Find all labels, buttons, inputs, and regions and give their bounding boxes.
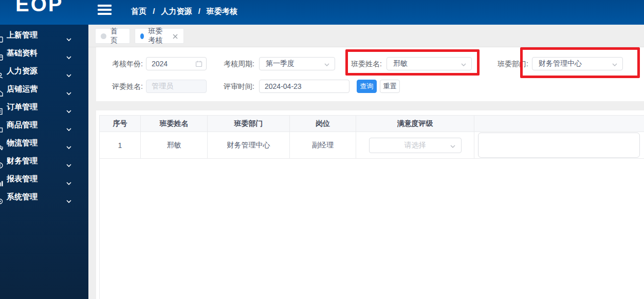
database-icon	[0, 49, 4, 57]
col-index: 序号	[100, 116, 141, 132]
cell-index: 1	[100, 132, 141, 159]
col-comment	[474, 116, 644, 132]
col-member-name: 班委姓名	[141, 116, 208, 132]
reset-button[interactable]: 重置	[380, 80, 400, 93]
gear-icon	[0, 193, 4, 200]
people-icon	[0, 67, 4, 74]
shop-icon	[0, 85, 4, 92]
chevron-down-icon	[65, 157, 72, 164]
period-label: 考核周期:	[218, 57, 254, 70]
app-window: EOP 首页 / 人力资源 / 班委考核 上新管理 基础资料 人力资源	[0, 0, 644, 299]
chevron-down-icon	[324, 61, 330, 67]
member-dept-label: 班委部门:	[492, 57, 528, 70]
rating-select[interactable]: 请选择	[369, 138, 462, 153]
table-header-row: 序号 班委姓名 班委部门 岗位 满意度评级	[100, 116, 644, 132]
sidebar-item-hr[interactable]: 人力资源	[0, 62, 88, 80]
calendar-icon	[195, 60, 203, 67]
member-name-label: 班委姓名:	[346, 57, 382, 70]
sidebar-item-orders[interactable]: 订单管理	[0, 98, 88, 116]
tab-active-dot	[140, 33, 144, 39]
breadcrumb-separator: /	[198, 7, 200, 15]
top-header: EOP 首页 / 人力资源 / 班委考核	[0, 0, 644, 25]
breadcrumb-current: 班委考核	[207, 7, 237, 15]
chevron-down-icon	[65, 193, 72, 200]
tab-inactive-dot	[101, 33, 106, 39]
member-name-select[interactable]: 邢敏	[387, 57, 472, 70]
chevron-down-icon	[612, 61, 618, 67]
reviewer-input	[146, 80, 207, 93]
col-member-dept: 班委部门	[208, 116, 290, 132]
year-label: 考核年份:	[99, 57, 143, 70]
sidebar-item-finance[interactable]: 财务管理	[0, 152, 88, 170]
cell-post: 副经理	[290, 132, 356, 159]
chevron-down-icon	[65, 121, 72, 128]
tab-bar: 首页 班委考核	[88, 25, 644, 47]
member-dept-select[interactable]: 财务管理中心	[532, 57, 623, 70]
col-rating: 满意度评级	[356, 116, 474, 132]
eop-logo: EOP	[15, 0, 63, 16]
chevron-down-icon	[65, 103, 72, 110]
chevron-down-icon	[65, 67, 72, 74]
search-button[interactable]: 查询	[357, 80, 377, 93]
sidebar-item-new-arrivals[interactable]: 上新管理	[0, 26, 88, 44]
chevron-down-icon	[461, 61, 467, 67]
content-panel: 序号 班委姓名 班委部门 岗位 满意度评级 1 邢敏 财务管理中心 副经理	[96, 110, 644, 299]
hamburger-menu-icon[interactable]	[98, 5, 112, 16]
report-icon	[0, 175, 4, 182]
tab-committee-review[interactable]: 班委考核	[135, 28, 184, 44]
breadcrumb: 首页 / 人力资源 / 班委考核	[131, 7, 237, 16]
tab-home[interactable]: 首页	[95, 28, 130, 44]
order-icon	[0, 103, 4, 110]
sidebar-item-products[interactable]: 商品管理	[0, 116, 88, 134]
table-left-border	[99, 158, 100, 299]
sidebar-item-reports[interactable]: 报表管理	[0, 170, 88, 188]
truck-icon	[0, 139, 4, 146]
sidebar-item-system[interactable]: 系统管理	[0, 188, 88, 205]
col-post: 岗位	[290, 116, 356, 132]
sidebar-item-basic-data[interactable]: 基础资料	[0, 44, 88, 62]
chevron-down-icon	[65, 175, 72, 182]
chevron-down-icon	[450, 143, 456, 149]
cell-member-name: 邢敏	[141, 132, 208, 159]
table-row: 1 邢敏 财务管理中心 副经理 请选择	[100, 132, 644, 159]
goods-icon	[0, 121, 4, 128]
chevron-down-icon	[65, 139, 72, 146]
finance-icon	[0, 157, 4, 164]
reviewer-label: 评委姓名:	[99, 80, 143, 93]
breadcrumb-home[interactable]: 首页	[131, 7, 146, 15]
cell-comment	[474, 132, 644, 159]
cell-member-dept: 财务管理中心	[208, 132, 290, 159]
comment-textarea[interactable]	[478, 133, 640, 158]
cell-rating: 请选择	[356, 132, 474, 159]
period-select[interactable]: 第一季度	[259, 57, 335, 70]
sidebar-item-store-ops[interactable]: 店铺运营	[0, 80, 88, 98]
breadcrumb-separator: /	[153, 7, 155, 15]
chevron-down-icon	[65, 31, 72, 39]
close-icon[interactable]	[172, 33, 178, 39]
new-arrivals-icon	[0, 31, 4, 39]
review-time-input[interactable]	[259, 80, 349, 93]
chevron-down-icon	[65, 85, 72, 92]
sidebar: 上新管理 基础资料 人力资源 店铺运营 订单管理 商品管理	[0, 25, 88, 299]
review-time-label: 评审时间:	[218, 80, 254, 93]
chevron-down-icon	[65, 49, 72, 57]
breadcrumb-hr[interactable]: 人力资源	[161, 7, 192, 15]
sidebar-item-logistics[interactable]: 物流管理	[0, 134, 88, 152]
committee-review-table: 序号 班委姓名 班委部门 岗位 满意度评级 1 邢敏 财务管理中心 副经理	[99, 115, 644, 159]
filter-panel: 考核年份: 考核周期: 第一季度 班委姓名: 邢敏 班委部门: 财务管理中心 评…	[96, 47, 644, 101]
